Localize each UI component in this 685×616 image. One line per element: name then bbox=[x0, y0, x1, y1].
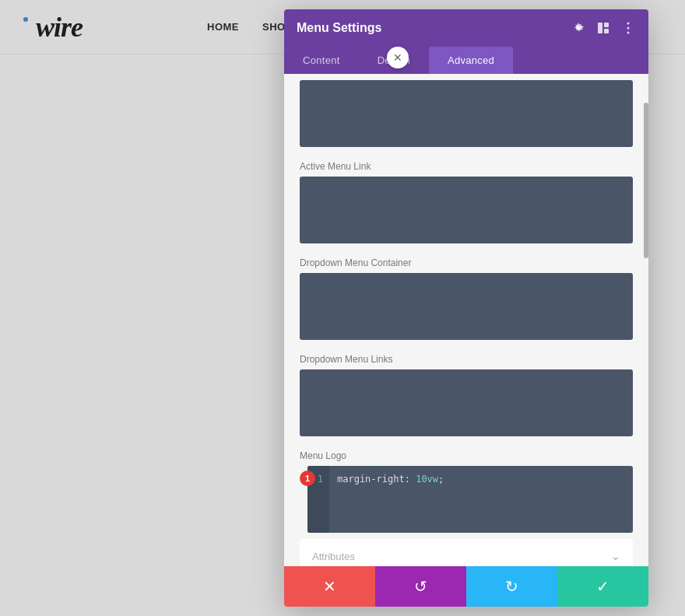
active-menu-link-section: Active Menu Link bbox=[300, 150, 633, 243]
css-value: 10vw bbox=[416, 474, 438, 485]
menu-logo-editor-wrapper: 1 1 margin-right: 10vw; bbox=[307, 466, 633, 533]
cancel-button[interactable]: ✕ bbox=[284, 566, 375, 607]
panel-footer: ✕ ↺ ↻ ✓ bbox=[284, 566, 648, 607]
css-semicolon: ; bbox=[438, 474, 444, 485]
dropdown-menu-links-editor[interactable] bbox=[300, 369, 633, 436]
svg-point-4 bbox=[627, 23, 630, 25]
svg-point-5 bbox=[627, 27, 630, 30]
menu-logo-section: Menu Logo 1 1 margin-right: 10vw; bbox=[300, 439, 633, 533]
layout-icon[interactable] bbox=[595, 20, 611, 36]
active-menu-link-label: Active Menu Link bbox=[300, 150, 633, 177]
svg-rect-1 bbox=[598, 23, 602, 33]
dropdown-menu-links-label: Dropdown Menu Links bbox=[300, 343, 633, 369]
dropdown-menu-container-editor[interactable] bbox=[300, 273, 633, 340]
panel-title: Menu Settings bbox=[297, 21, 381, 35]
svg-rect-2 bbox=[604, 23, 609, 27]
active-menu-link-editor[interactable] bbox=[300, 177, 633, 243]
svg-point-6 bbox=[627, 32, 630, 34]
dropdown-menu-container-section: Dropdown Menu Container bbox=[300, 247, 633, 340]
panel-tabs: Content Design Advanced bbox=[284, 47, 648, 74]
top-partial-block bbox=[300, 80, 633, 147]
menu-logo-label: Menu Logo bbox=[300, 439, 633, 466]
undo-button[interactable]: ↺ bbox=[375, 566, 466, 607]
svg-rect-3 bbox=[604, 29, 609, 33]
panel-close-button[interactable]: ✕ bbox=[387, 47, 409, 68]
panel-content[interactable]: Active Menu Link Dropdown Menu Container… bbox=[284, 74, 648, 566]
error-badge: 1 bbox=[300, 471, 315, 486]
menu-logo-code-editor[interactable]: 1 margin-right: 10vw; bbox=[307, 466, 633, 533]
code-content: margin-right: 10vw; bbox=[329, 466, 633, 533]
attributes-section[interactable]: Attributes ⌄ bbox=[300, 539, 633, 566]
more-options-icon[interactable] bbox=[620, 20, 636, 36]
dropdown-menu-container-label: Dropdown Menu Container bbox=[300, 247, 633, 273]
save-button[interactable]: ✓ bbox=[557, 566, 648, 607]
scrollbar-thumb[interactable] bbox=[644, 103, 648, 258]
tab-advanced[interactable]: Advanced bbox=[429, 47, 513, 74]
css-property: margin-right: bbox=[337, 474, 416, 485]
settings-icon[interactable] bbox=[571, 20, 586, 36]
attributes-label: Attributes bbox=[312, 551, 355, 562]
panel-header-icons bbox=[571, 20, 636, 36]
chevron-down-icon: ⌄ bbox=[611, 550, 620, 562]
dropdown-menu-links-section: Dropdown Menu Links bbox=[300, 343, 633, 436]
settings-panel: Menu Settings bbox=[284, 9, 648, 607]
redo-button[interactable]: ↻ bbox=[466, 566, 557, 607]
panel-header: Menu Settings bbox=[284, 9, 648, 47]
tab-content[interactable]: Content bbox=[284, 47, 359, 74]
